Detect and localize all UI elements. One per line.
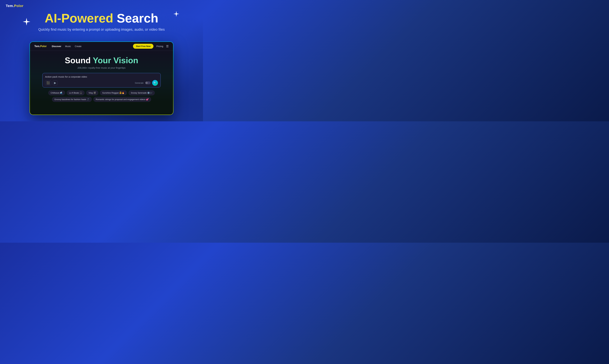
nav-discover[interactable]: Discover	[52, 45, 61, 48]
hero-section: AI-Powered Search Quickly find music by …	[0, 12, 203, 32]
app-logo: Tem.Polor	[34, 45, 47, 48]
app-body: Sound Your Vision 200,000+ royalty-free …	[30, 51, 173, 115]
hero-title-yellow: AI-Powered	[45, 11, 113, 25]
generate-label: Generate	[135, 82, 144, 84]
tags-row-1: Chillwave 🌊 Lo-fi Beats 🎧 Vlog 🎬 Sunshin…	[42, 90, 161, 95]
search-icon-group: ⬛ ▶	[45, 80, 57, 85]
main-logo: Tem.Polor	[6, 4, 23, 8]
tag-sunshine-reggae[interactable]: Sunshine Reggae 😎🔥	[100, 90, 127, 95]
nav-links: Discover Music Create	[52, 45, 133, 48]
app-hero-title: Sound Your Vision	[65, 56, 138, 65]
tag-groovy-basslines[interactable]: Groovy basslines for fashion hauls 🎵	[52, 97, 92, 102]
search-input-text[interactable]: Action pack music for a corporate video	[45, 75, 158, 78]
tags-row-2: Groovy basslines for fashion hauls 🎵 Rom…	[42, 97, 161, 102]
search-box: Action pack music for a corporate video …	[42, 73, 161, 88]
app-window: Tem.Polor Discover Music Create Start Fr…	[29, 41, 173, 115]
logo-text-before: Tem.	[6, 4, 14, 8]
nav-right: Start Free Now Pricing ☰	[133, 44, 169, 49]
tag-chillwave[interactable]: Chillwave 🌊	[48, 90, 65, 95]
menu-icon[interactable]: ☰	[166, 45, 169, 48]
upload-video-icon[interactable]: ▶	[53, 80, 57, 85]
pricing-link[interactable]: Pricing	[156, 45, 163, 48]
tag-lofi[interactable]: Lo-fi Beats 🎧	[67, 90, 84, 95]
app-hero-subtitle: 200,000+ royalty-free music at your fing…	[78, 66, 126, 69]
hero-title: AI-Powered Search	[0, 12, 203, 25]
search-right-controls: Generate 🔍	[135, 80, 158, 86]
app-navbar: Tem.Polor Discover Music Create Start Fr…	[30, 42, 173, 51]
tag-vlog[interactable]: Vlog 🎬	[86, 90, 98, 95]
hero-subtitle: Quickly find music by entering a prompt …	[0, 27, 203, 32]
generate-toggle[interactable]	[145, 81, 151, 84]
app-logo-dot: Polor	[40, 45, 47, 48]
nav-create[interactable]: Create	[75, 45, 82, 48]
hero-title-white: Search	[113, 11, 158, 25]
tag-snowy-serenade[interactable]: Snowy Serenade ❄️🎶	[128, 90, 155, 95]
search-bottom-bar: ⬛ ▶ Generate 🔍	[45, 80, 158, 86]
search-submit-button[interactable]: 🔍	[152, 80, 158, 86]
logo-dot: Polor	[14, 4, 24, 8]
tag-romantic-strings[interactable]: Romantic strings for proposal and engage…	[93, 97, 151, 102]
app-title-teal: Your Vision	[91, 56, 138, 65]
upload-image-icon[interactable]: ⬛	[45, 80, 51, 85]
app-title-white: Sound	[65, 56, 91, 65]
app-logo-before: Tem.	[34, 45, 40, 48]
nav-music[interactable]: Music	[65, 45, 71, 48]
start-free-button[interactable]: Start Free Now	[133, 44, 153, 49]
